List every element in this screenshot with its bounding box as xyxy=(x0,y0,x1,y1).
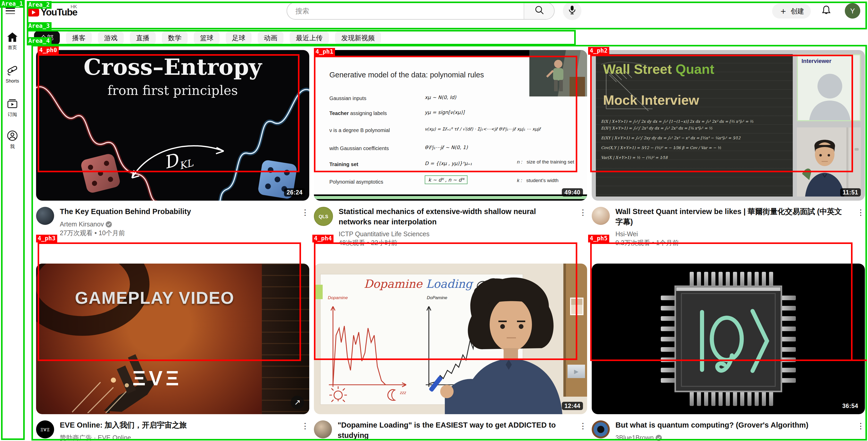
eve-logo: ΞVΞ xyxy=(36,367,278,390)
channel-name[interactable]: ICTP Quantitative Life Sciences xyxy=(339,230,565,239)
search-icon xyxy=(534,5,544,17)
sidebar-item-label: 订阅 xyxy=(0,111,25,118)
region-badge: HK xyxy=(71,4,77,9)
chip-recently-uploaded[interactable]: 最近上传 xyxy=(290,31,329,45)
duration-badge: 49:40 xyxy=(562,188,583,197)
channel-avatar[interactable]: ΞVΞ xyxy=(36,420,54,438)
sidebar-item-label: 我 xyxy=(0,143,25,150)
video-title[interactable]: Statistical mechanics of extensive-width… xyxy=(339,207,565,227)
video-thumbnail-cross-entropy[interactable]: Cross–Entropy from first principles DKL … xyxy=(36,50,309,201)
chip-math[interactable]: 数学 xyxy=(162,31,188,45)
channel-name[interactable]: 3Blue1Brown xyxy=(615,434,842,441)
thumb-title-line2: Mock Interview xyxy=(603,92,699,108)
chip-basketball[interactable]: 篮球 xyxy=(194,31,220,45)
channel-avatar[interactable] xyxy=(314,420,332,438)
thumb-heading: Cross–Entropy xyxy=(36,54,309,80)
avatar-placeholder-icon xyxy=(808,66,851,120)
left-chart-doodle: zzz xyxy=(325,299,417,402)
video-meta: 27万次观看 • 10个月前 xyxy=(60,229,287,237)
create-button-label: 创建 xyxy=(791,6,804,16)
video-thumbnail-quant-interview[interactable]: Wall Street Quant Mock Interview E(X | X… xyxy=(592,50,865,201)
video-title[interactable]: But what is quantum computing? (Grover's… xyxy=(615,420,842,431)
watch-progress-bar xyxy=(314,196,587,199)
slide-title: Generative model of the data: polynomial… xyxy=(329,71,484,79)
video-card: Wall Street Quant Mock Interview E(X | X… xyxy=(592,50,865,201)
video-card-ad: GAMEPLAY VIDEO ΞVΞ ↗ ΞVΞ EVE Online: 加入我… xyxy=(36,264,309,414)
chip-soccer[interactable]: 足球 xyxy=(226,31,251,45)
channel-avatar[interactable] xyxy=(592,420,610,438)
sidebar-item-home[interactable]: 首页 xyxy=(0,32,25,61)
speaker-webcam-inset xyxy=(529,50,587,96)
more-options-button[interactable]: ⋮ xyxy=(579,208,587,217)
chip-all[interactable]: 全部 xyxy=(34,31,60,45)
video-thumbnail-dopamine[interactable]: Dopamine Loading Dopamine zzz xyxy=(314,264,587,414)
chip-new-to-you[interactable]: 发现新视频 xyxy=(335,31,381,45)
subscriptions-icon xyxy=(0,98,25,109)
youtube-logo-icon[interactable] xyxy=(27,8,39,17)
chip-gaming[interactable]: 游戏 xyxy=(98,31,124,45)
youtube-home-page: 首页 Shorts 订阅 xyxy=(0,0,868,441)
interviewee-webcam xyxy=(797,127,861,197)
more-options-button[interactable]: ⋮ xyxy=(301,208,309,217)
sponsor-line: 赞助商广告 · EVE Online xyxy=(60,434,287,441)
video-card: Cross–Entropy from first principles DKL … xyxy=(36,50,309,201)
presenter-figure xyxy=(451,272,575,414)
create-button[interactable]: ＋ 创建 xyxy=(772,4,811,19)
sidebar-item-label: Shorts xyxy=(0,79,25,84)
area-label-3: Area_3 xyxy=(27,22,51,30)
home-icon xyxy=(0,32,25,42)
duration-badge: 11:51 xyxy=(840,188,861,197)
video-meta: 9.3万次观看 • 1个月前 xyxy=(615,239,842,247)
spaceship-art xyxy=(52,310,222,413)
sidebar-item-you[interactable]: 我 xyxy=(0,130,25,159)
verified-badge-icon xyxy=(656,435,662,441)
chip-live[interactable]: 直播 xyxy=(130,31,156,45)
more-options-button[interactable]: ⋮ xyxy=(579,421,587,431)
video-title[interactable]: "Dopamine Loading" is the EASIEST way to… xyxy=(338,420,564,440)
channel-avatar[interactable] xyxy=(36,207,54,225)
video-meta: 48次观看 • 22小时前 xyxy=(339,239,565,247)
notifications-button[interactable] xyxy=(820,5,832,18)
video-thumbnail-quantum[interactable]: 36:54 xyxy=(592,264,865,414)
shorts-icon xyxy=(0,65,25,76)
chip-podcasts[interactable]: 播客 xyxy=(66,31,92,45)
channel-name[interactable]: Artem Kirsanov xyxy=(60,220,287,229)
microphone-icon xyxy=(568,5,576,17)
space-structure-column xyxy=(262,264,309,414)
video-title[interactable]: The Key Equation Behind Probability xyxy=(60,207,287,217)
search-button[interactable] xyxy=(524,3,554,19)
search-bar xyxy=(287,2,555,20)
video-thumbnail-lecture-slide[interactable]: Generative model of the data: polynomial… xyxy=(314,50,587,201)
chalk-math: E(X | X+Y>1) = ∫₀¹∫ 2x dy dx = ∫₀¹ [1−(1… xyxy=(601,118,789,161)
thumb-title-line1: Wall Street Quant xyxy=(603,61,714,77)
channel-name[interactable]: Hsi-Wei xyxy=(615,230,842,239)
account-avatar[interactable]: Y xyxy=(845,3,860,19)
plus-icon: ＋ xyxy=(779,4,787,19)
more-options-button[interactable]: ⋮ xyxy=(857,421,865,431)
chip-animation[interactable]: 动画 xyxy=(258,31,283,45)
thumb-subheading: from first principles xyxy=(36,83,309,98)
video-title[interactable]: Wall Street Quant interview be likes | 華… xyxy=(615,207,842,227)
voice-search-button[interactable] xyxy=(563,2,581,20)
more-options-button[interactable]: ⋮ xyxy=(301,421,309,431)
sidebar-item-shorts[interactable]: Shorts xyxy=(0,65,25,94)
channel-avatar[interactable] xyxy=(592,207,610,225)
sidebar-item-label: 首页 xyxy=(0,45,25,51)
video-card: Generative model of the data: polynomial… xyxy=(314,50,587,201)
thumb-headline: GAMEPLAY VIDEO xyxy=(36,288,273,308)
hamburger-menu-icon[interactable] xyxy=(6,8,15,14)
video-thumbnail-eve-online[interactable]: GAMEPLAY VIDEO ΞVΞ ↗ xyxy=(36,264,309,414)
sidebar-item-subscriptions[interactable]: 订阅 xyxy=(0,98,25,127)
more-options-button[interactable]: ⋮ xyxy=(857,208,865,217)
channel-avatar[interactable]: QLS xyxy=(314,207,333,226)
verified-badge-icon xyxy=(106,221,112,228)
filter-chips-bar: 全部 播客 游戏 直播 数学 篮球 足球 动画 最近上传 发现新视频 xyxy=(34,31,381,45)
video-card: Dopamine Loading Dopamine zzz xyxy=(314,264,587,414)
sidebar: 首页 Shorts 订阅 xyxy=(0,0,25,441)
quantum-chip-art xyxy=(592,264,865,414)
sticky-eraser xyxy=(314,285,323,299)
external-link-icon: ↗ xyxy=(291,395,304,409)
duration-badge: 26:24 xyxy=(284,188,305,197)
search-input[interactable] xyxy=(287,3,524,19)
video-title[interactable]: EVE Online: 加入我们，开启宇宙之旅 xyxy=(60,420,287,431)
